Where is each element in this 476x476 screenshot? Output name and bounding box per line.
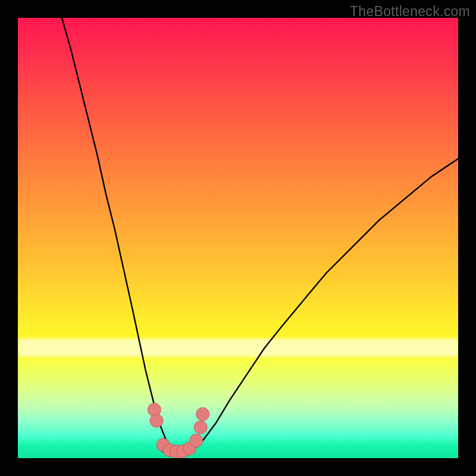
marker-point bbox=[196, 408, 209, 421]
curve-left-branch bbox=[62, 18, 185, 454]
marker-point bbox=[194, 421, 207, 434]
bottleneck-curve bbox=[62, 18, 458, 455]
highlight-markers bbox=[148, 403, 209, 458]
marker-point bbox=[150, 414, 163, 427]
curve-right-branch bbox=[185, 159, 458, 454]
marker-point bbox=[190, 434, 203, 447]
watermark: TheBottleneck.com bbox=[350, 4, 470, 20]
plot-area bbox=[18, 18, 458, 458]
chart-container: TheBottleneck.com bbox=[0, 0, 476, 476]
curve-layer bbox=[18, 18, 458, 458]
